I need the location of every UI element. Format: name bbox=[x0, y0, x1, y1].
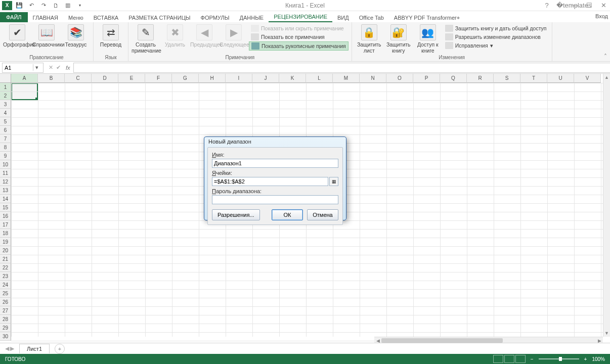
col-header-A[interactable]: A bbox=[11, 74, 38, 83]
col-header-J[interactable]: J bbox=[252, 74, 279, 83]
protect-sheet-button[interactable]: 🔒Защитить лист bbox=[355, 23, 383, 54]
col-header-T[interactable]: T bbox=[520, 74, 547, 83]
col-header-G[interactable]: G bbox=[172, 74, 199, 83]
tab-formulas[interactable]: ФОРМУЛЫ bbox=[196, 13, 235, 22]
share-workbook-button[interactable]: 👥Доступ к книге bbox=[414, 23, 442, 54]
qat-dropdown-icon[interactable]: ▾ bbox=[75, 1, 85, 10]
range-selector-button[interactable]: ▦ bbox=[329, 177, 338, 186]
row-header-3[interactable]: 3 bbox=[0, 100, 11, 109]
hscroll-thumb[interactable] bbox=[381, 338, 503, 343]
name-box-input[interactable] bbox=[3, 65, 33, 71]
new-icon[interactable]: 🗋 bbox=[51, 1, 61, 10]
collapse-ribbon-icon[interactable]: ˄ bbox=[604, 53, 607, 60]
row-header-19[interactable]: 19 bbox=[0, 238, 11, 246]
row-header-23[interactable]: 23 bbox=[0, 272, 11, 281]
row-header-30[interactable]: 30 bbox=[0, 332, 11, 341]
row-header-26[interactable]: 26 bbox=[0, 298, 11, 306]
cancel-formula-icon[interactable]: ✕ bbox=[49, 64, 53, 71]
tab-view[interactable]: ВИД bbox=[332, 13, 354, 22]
col-header-F[interactable]: F bbox=[145, 74, 172, 83]
col-header-S[interactable]: S bbox=[494, 74, 520, 83]
row-header-4[interactable]: 4 bbox=[0, 109, 11, 117]
tab-page-layout[interactable]: РАЗМЕТКА СТРАНИЦЫ bbox=[123, 13, 195, 22]
enter-formula-icon[interactable]: ✔ bbox=[56, 64, 61, 71]
row-header-21[interactable]: 21 bbox=[0, 255, 11, 263]
help-icon[interactable]: ? bbox=[542, 2, 551, 9]
col-header-L[interactable]: L bbox=[306, 74, 333, 83]
zoom-slider[interactable] bbox=[539, 358, 579, 359]
page-layout-view-button[interactable] bbox=[504, 355, 514, 363]
row-header-2[interactable]: 2 bbox=[0, 92, 11, 100]
row-header-25[interactable]: 25 bbox=[0, 289, 11, 298]
col-header-V[interactable]: V bbox=[574, 74, 601, 83]
range-name-input[interactable] bbox=[212, 159, 338, 168]
formula-input[interactable] bbox=[73, 63, 610, 73]
tab-insert[interactable]: ВСТАВКА bbox=[89, 13, 123, 22]
cancel-button[interactable]: Отмена bbox=[307, 209, 338, 220]
row-header-27[interactable]: 27 bbox=[0, 306, 11, 315]
name-box-dropdown-icon[interactable]: ▾ bbox=[33, 64, 40, 71]
sheet-nav-prev-icon[interactable]: ◀ bbox=[5, 345, 9, 352]
track-changes-button[interactable]: Исправления ▾ bbox=[443, 41, 549, 50]
col-header-Q[interactable]: Q bbox=[440, 74, 467, 83]
zoom-level[interactable]: 100% bbox=[592, 356, 605, 362]
row-header-12[interactable]: 12 bbox=[0, 177, 11, 186]
scroll-up-icon[interactable]: ▲ bbox=[603, 74, 610, 81]
row-header-13[interactable]: 13 bbox=[0, 186, 11, 195]
translate-button[interactable]: ⇄Перевод bbox=[97, 23, 125, 48]
tab-menu[interactable]: Меню bbox=[63, 13, 89, 22]
zoom-out-button[interactable]: − bbox=[531, 356, 534, 362]
row-header-14[interactable]: 14 bbox=[0, 195, 11, 203]
scroll-down-icon[interactable]: ▼ bbox=[603, 330, 610, 337]
select-all-corner[interactable] bbox=[0, 74, 11, 83]
show-hide-comment-button[interactable]: Показать или скрыть примечание bbox=[249, 24, 348, 32]
col-header-B[interactable]: B bbox=[38, 74, 65, 83]
col-header-P[interactable]: P bbox=[413, 74, 440, 83]
protect-and-share-button[interactable]: Защитить книгу и дать общий доступ bbox=[443, 24, 549, 32]
col-header-C[interactable]: C bbox=[65, 74, 92, 83]
save-icon[interactable]: 💾 bbox=[14, 1, 24, 10]
row-header-7[interactable]: 7 bbox=[0, 134, 11, 143]
zoom-in-button[interactable]: + bbox=[584, 356, 587, 362]
close-icon[interactable]: ✕ bbox=[599, 2, 608, 9]
col-header-M[interactable]: M bbox=[333, 74, 360, 83]
research-button[interactable]: 📖Справочники bbox=[32, 23, 61, 48]
login-link[interactable]: Вход bbox=[595, 13, 608, 19]
row-header-28[interactable]: 28 bbox=[0, 315, 11, 324]
row-header-24[interactable]: 24 bbox=[0, 281, 11, 289]
redo-icon[interactable]: ↷ bbox=[38, 1, 49, 10]
col-header-D[interactable]: D bbox=[92, 74, 118, 83]
thesaurus-button[interactable]: 📚Тезаурус bbox=[62, 23, 90, 48]
col-header-I[interactable]: I bbox=[226, 74, 252, 83]
row-header-11[interactable]: 11 bbox=[0, 169, 11, 177]
col-header-R[interactable]: R bbox=[467, 74, 494, 83]
row-header-16[interactable]: 16 bbox=[0, 212, 11, 220]
col-header-N[interactable]: N bbox=[360, 74, 386, 83]
new-comment-button[interactable]: ✎Создать примечание bbox=[132, 23, 160, 54]
row-header-20[interactable]: 20 bbox=[0, 246, 11, 255]
row-header-15[interactable]: 15 bbox=[0, 203, 11, 212]
tab-home[interactable]: ГЛАВНАЯ bbox=[28, 13, 63, 22]
normal-view-button[interactable] bbox=[493, 355, 503, 363]
row-header-5[interactable]: 5 bbox=[0, 117, 11, 126]
fx-icon[interactable]: fx bbox=[66, 65, 70, 71]
vertical-scrollbar[interactable]: ▲ ▼ bbox=[603, 74, 610, 337]
row-header-8[interactable]: 8 bbox=[0, 143, 11, 152]
row-header-18[interactable]: 18 bbox=[0, 229, 11, 238]
ok-button[interactable]: ОК bbox=[272, 209, 303, 220]
col-header-O[interactable]: O bbox=[386, 74, 413, 83]
col-header-U[interactable]: U bbox=[547, 74, 574, 83]
tab-office-tab[interactable]: Office Tab bbox=[354, 13, 389, 22]
tab-file[interactable]: ФАЙЛ bbox=[0, 12, 28, 22]
undo-icon[interactable]: ↶ bbox=[26, 1, 36, 10]
row-header-9[interactable]: 9 bbox=[0, 152, 11, 160]
name-box[interactable]: ▾ bbox=[2, 63, 43, 73]
col-header-K[interactable]: K bbox=[279, 74, 306, 83]
row-header-6[interactable]: 6 bbox=[0, 126, 11, 134]
minimize-icon[interactable]: — bbox=[571, 2, 580, 9]
maximize-icon[interactable]: ☐ bbox=[585, 2, 594, 9]
protect-workbook-button[interactable]: 🔐Защитить книгу bbox=[384, 23, 413, 54]
row-header-1[interactable]: 1 bbox=[0, 83, 11, 92]
row-header-29[interactable]: 29 bbox=[0, 324, 11, 332]
show-ink-button[interactable]: Показать рукописные примечания bbox=[249, 41, 348, 51]
